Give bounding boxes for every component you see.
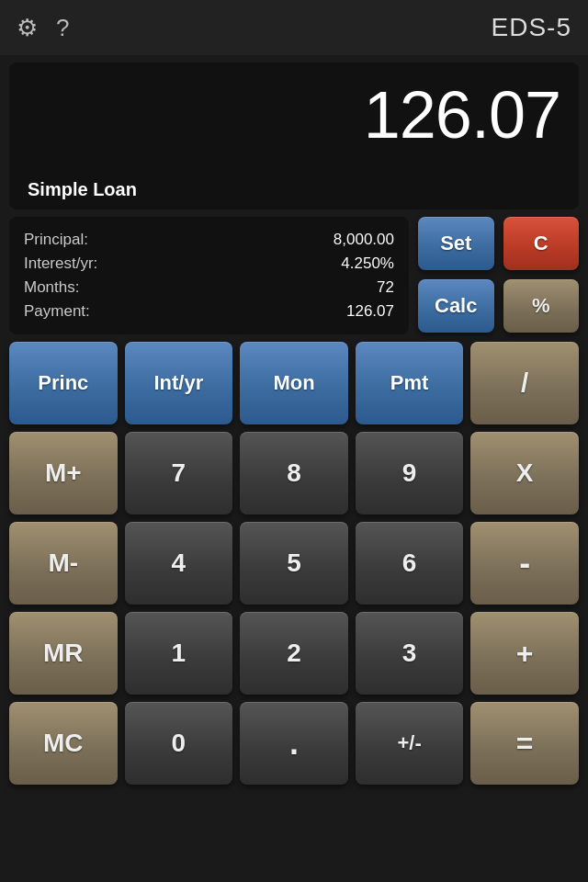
key-9[interactable]: 9 (356, 432, 464, 514)
months-value: 72 (227, 276, 394, 300)
key-subtract[interactable]: - (470, 522, 579, 605)
key-1[interactable]: 1 (125, 612, 233, 695)
key-7[interactable]: 7 (125, 432, 233, 514)
set-button[interactable]: Set (418, 217, 494, 270)
key-2[interactable]: 2 (240, 612, 348, 695)
interest-label: Interest/yr: (24, 252, 227, 276)
loan-info-panel: Principal: 8,000.00 Interest/yr: 4.250% … (9, 217, 409, 334)
percent-button[interactable]: % (503, 279, 580, 333)
key-pmt[interactable]: Pmt (356, 342, 464, 424)
payment-label: Payment: (24, 300, 227, 323)
key-6[interactable]: 6 (356, 522, 464, 605)
key-5[interactable]: 5 (240, 522, 348, 605)
display-value: 126.07 (28, 77, 560, 153)
calc-button[interactable]: Calc (418, 279, 494, 333)
controls-panel: Set C Calc % (418, 217, 579, 334)
key-divide[interactable]: / (470, 342, 579, 424)
settings-icon[interactable]: ⚙ (17, 14, 38, 42)
info-row-interest: Interest/yr: 4.250% (24, 252, 394, 276)
display-panel: 126.07 Simple Loan (9, 62, 579, 209)
key-princ[interactable]: Princ (9, 342, 118, 424)
info-row-principal: Principal: 8,000.00 (24, 228, 394, 252)
key-intyr[interactable]: Int/yr (125, 342, 233, 424)
key-plusminus[interactable]: +/- (356, 702, 464, 785)
header: ⚙ ? EDS-5 (0, 0, 588, 55)
key-mon[interactable]: Mon (240, 342, 348, 424)
key-multiply[interactable]: X (470, 432, 579, 514)
key-row-5: MC 0 . +/- = (9, 702, 579, 785)
key-row-2: M+ 7 8 9 X (9, 432, 579, 514)
key-row-3: M- 4 5 6 - (9, 522, 579, 605)
key-mminus[interactable]: M- (9, 522, 118, 605)
key-0[interactable]: 0 (125, 702, 233, 785)
key-row-4: MR 1 2 3 + (9, 612, 579, 695)
info-row-payment: Payment: 126.07 (24, 300, 394, 323)
interest-value: 4.250% (227, 252, 394, 276)
key-8[interactable]: 8 (240, 432, 348, 514)
key-mc[interactable]: MC (9, 702, 118, 785)
keypad: Princ Int/yr Mon Pmt / M+ 7 8 9 X M- 4 5… (9, 342, 579, 785)
info-row-months: Months: 72 (24, 276, 394, 300)
principal-label: Principal: (24, 228, 227, 252)
months-label: Months: (24, 276, 227, 300)
key-mr[interactable]: MR (9, 612, 118, 695)
key-3[interactable]: 3 (356, 612, 464, 695)
app-title: EDS-5 (492, 13, 571, 42)
info-controls-row: Principal: 8,000.00 Interest/yr: 4.250% … (9, 217, 579, 334)
header-left: ⚙ ? (17, 14, 69, 42)
principal-value: 8,000.00 (227, 228, 394, 252)
display-label: Simple Loan (28, 179, 560, 200)
key-add[interactable]: + (470, 612, 579, 695)
clear-button[interactable]: C (503, 217, 580, 270)
key-mplus[interactable]: M+ (9, 432, 118, 514)
payment-value: 126.07 (227, 300, 394, 323)
help-icon[interactable]: ? (56, 14, 69, 42)
key-4[interactable]: 4 (125, 522, 233, 605)
controls-row-1: Set C (418, 217, 579, 270)
key-row-1: Princ Int/yr Mon Pmt / (9, 342, 579, 424)
controls-row-2: Calc % (418, 279, 579, 333)
key-equals[interactable]: = (470, 702, 579, 785)
key-decimal[interactable]: . (240, 702, 348, 785)
